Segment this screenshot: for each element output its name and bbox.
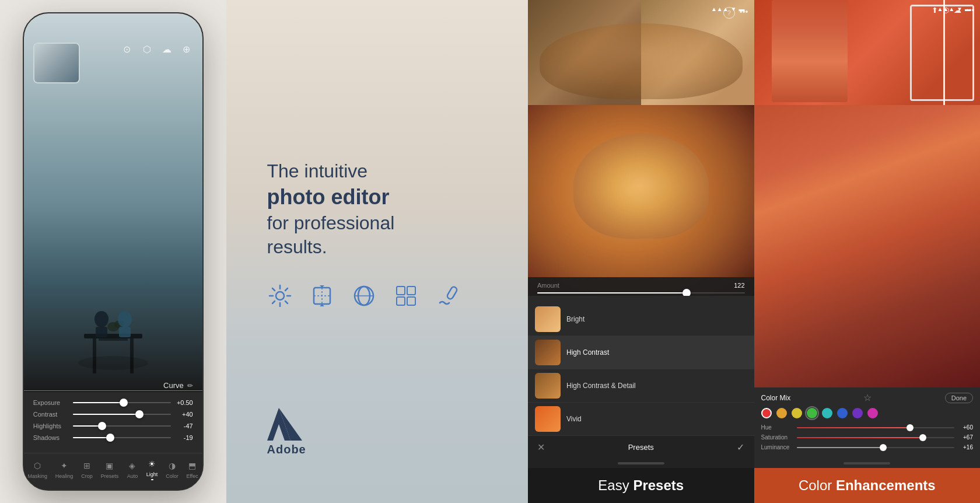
contrast-track[interactable]: [73, 414, 171, 415]
tagline-line1: The intuitive: [267, 159, 395, 184]
preset-hcd-img: [535, 373, 561, 399]
color-dot-magenta[interactable]: [867, 408, 878, 418]
white-border-frame: [910, 5, 974, 101]
amount-slider-area: Amount 122: [528, 277, 754, 296]
phone-screen-1: ⊙ ⬡ ☁ ⊕ Curve ✏ Exposure: [24, 13, 202, 490]
feature-icons-row: [267, 283, 461, 309]
before-photo: ▲▲▲ ▼ ▬ ? •••: [528, 0, 754, 105]
top-ui-icons: ? •••: [723, 7, 748, 19]
luminance-value: +16: [958, 444, 973, 450]
color-dot-cyan[interactable]: [822, 408, 832, 418]
luminance-thumb[interactable]: [880, 444, 887, 451]
done-button[interactable]: Done: [945, 393, 973, 403]
presets-caption-light: Easy: [598, 477, 633, 493]
p4-cloud-icon[interactable]: ☁: [954, 6, 961, 15]
panel-photo-editor: ⊙ ⬡ ☁ ⊕ Curve ✏ Exposure: [0, 0, 226, 503]
nav-masking[interactable]: ⬡ Masking: [28, 460, 48, 479]
masking-icon: ⬡: [32, 460, 43, 471]
main-dog-photo: Amount 122: [528, 105, 754, 296]
color-icon: ◑: [166, 460, 178, 471]
nav-auto[interactable]: ◈ Auto: [127, 460, 138, 479]
highlights-thumb[interactable]: [98, 422, 106, 430]
svg-point-11: [276, 292, 284, 300]
hue-thumb[interactable]: [907, 424, 914, 431]
favorite-icon[interactable]: ☆: [863, 392, 872, 403]
saturation-row: Saturation +67: [761, 434, 974, 441]
luminance-fill: [797, 447, 884, 448]
close-presets-button[interactable]: ✕: [537, 442, 545, 453]
p4-share-icon[interactable]: ⬆: [932, 6, 938, 15]
svg-rect-32: [446, 286, 458, 300]
p4-more-icon[interactable]: •••: [966, 6, 974, 15]
preset-vivid[interactable]: Vivid: [528, 403, 754, 436]
svg-rect-0: [84, 334, 142, 338]
p4-export-icon[interactable]: ⬡: [943, 6, 949, 15]
more-dots-icon[interactable]: •••: [740, 7, 748, 19]
contrast-thumb[interactable]: [135, 410, 144, 418]
presets-icon: ▣: [104, 460, 116, 471]
info-icon[interactable]: ?: [723, 7, 735, 19]
healing-feature-icon: [435, 283, 461, 309]
shadows-track[interactable]: [73, 437, 171, 438]
color-dot-blue[interactable]: [837, 408, 848, 418]
preset-hc-thumb: [535, 340, 561, 365]
svg-rect-5: [96, 327, 107, 337]
tagline-main: photo editor: [267, 184, 395, 211]
hue-track[interactable]: [797, 427, 955, 428]
nav-masking-label: Masking: [28, 473, 48, 479]
panel-promotional: The intuitive photo editor for professio…: [226, 0, 528, 503]
preset-bright[interactable]: Bright: [528, 303, 754, 336]
silhouette-image: [49, 240, 177, 392]
svg-line-17: [285, 301, 288, 303]
nav-healing[interactable]: ✦ Healing: [55, 460, 74, 479]
amount-track[interactable]: [537, 292, 745, 294]
svg-line-18: [285, 288, 288, 291]
presets-caption-bold: Presets: [633, 477, 684, 493]
nav-presets[interactable]: ▣ Presets: [101, 460, 119, 479]
toolbar-icons: ⊙ ⬡ ☁ ⊕: [121, 43, 193, 55]
nav-effects[interactable]: ⬒ Effec: [186, 460, 198, 479]
presets-title: Presets: [628, 443, 654, 452]
photo-thumbnail: [33, 43, 80, 83]
more-icon[interactable]: ⊕: [180, 43, 193, 55]
nav-crop[interactable]: ⊞ Crop: [81, 460, 93, 479]
panel-color-enhancements: ▲▲▲ ▼ ▬ ⬆ ⬡ ☁ ••• Color Mix ☆ Done: [754, 0, 981, 503]
exposure-thumb[interactable]: [120, 399, 128, 407]
highlights-row: Highlights -47: [33, 422, 193, 429]
curve-edit-icon[interactable]: ✏: [187, 382, 193, 390]
nav-color[interactable]: ◑ Color: [166, 460, 178, 479]
saturation-thumb[interactable]: [919, 434, 926, 441]
presets-phone: ▲▲▲ ▼ ▬ ? ••• Amount 122: [528, 0, 754, 468]
tagline-line3: results.: [267, 235, 395, 260]
color-dot-yellow[interactable]: [792, 408, 802, 418]
preset-high-contrast[interactable]: High Contrast: [528, 336, 754, 369]
color-dot-orange[interactable]: [776, 408, 787, 418]
settings-icon[interactable]: ⊙: [121, 43, 134, 55]
apply-presets-button[interactable]: ✓: [737, 442, 744, 453]
light-icon: ☀: [146, 458, 158, 470]
share-icon[interactable]: ⬡: [141, 43, 153, 55]
amount-label: Amount: [537, 282, 559, 289]
exposure-track[interactable]: [73, 402, 171, 403]
adobe-icon: [267, 408, 302, 441]
color-dot-green[interactable]: [807, 408, 817, 418]
highlights-track[interactable]: [73, 425, 171, 427]
color-before-photo: ▲▲▲ ▼ ▬ ⬆ ⬡ ☁ •••: [754, 0, 981, 105]
preset-vivid-img: [535, 406, 561, 432]
shadows-thumb[interactable]: [106, 434, 114, 442]
luminance-track[interactable]: [797, 447, 955, 448]
cloud-icon[interactable]: ☁: [160, 43, 173, 55]
preset-hcd-thumb: [535, 373, 561, 399]
highlights-value: -47: [176, 422, 193, 429]
saturation-track[interactable]: [797, 437, 955, 438]
amount-fill: [537, 292, 687, 294]
nav-light[interactable]: ☀ Light: [146, 458, 158, 480]
p4-home-indicator: [844, 462, 890, 464]
color-dot-purple[interactable]: [852, 408, 863, 418]
exposure-row: Exposure +0.50: [33, 399, 193, 406]
preset-hcd[interactable]: High Contrast & Detail: [528, 369, 754, 403]
amount-thumb[interactable]: [682, 289, 691, 296]
svg-point-10: [78, 356, 148, 370]
color-dot-red[interactable]: [761, 408, 772, 418]
bottom-navigation: ⬡ Masking ✦ Healing ⊞ Crop ▣ Presets ◈: [24, 453, 202, 490]
